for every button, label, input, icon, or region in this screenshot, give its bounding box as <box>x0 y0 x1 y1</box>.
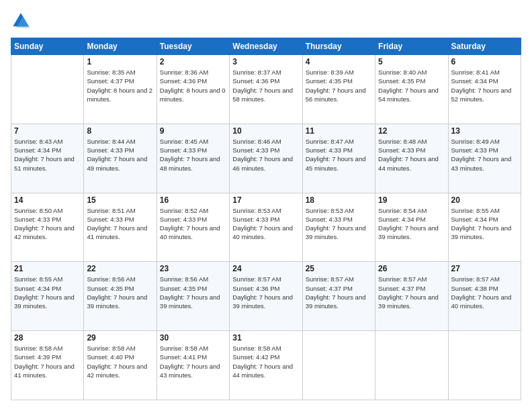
cell-day-number: 10 <box>232 126 299 136</box>
calendar-cell: 20Sunrise: 8:55 AMSunset: 4:34 PMDayligh… <box>448 193 521 262</box>
cell-day-number: 24 <box>232 264 299 273</box>
calendar-cell: 14Sunrise: 8:50 AMSunset: 4:33 PMDayligh… <box>11 193 84 262</box>
calendar-cell: 13Sunrise: 8:49 AMSunset: 4:33 PMDayligh… <box>448 124 521 193</box>
cell-day-number: 19 <box>378 195 445 205</box>
cell-info: Sunrise: 8:57 AMSunset: 4:37 PMDaylight:… <box>378 275 445 310</box>
cell-info: Sunrise: 8:40 AMSunset: 4:35 PMDaylight:… <box>378 68 445 103</box>
calendar-cell: 10Sunrise: 8:46 AMSunset: 4:33 PMDayligh… <box>230 124 302 193</box>
cell-day-number: 6 <box>451 57 518 66</box>
cell-info: Sunrise: 8:51 AMSunset: 4:33 PMDaylight:… <box>87 206 153 242</box>
cell-day-number: 7 <box>14 126 81 136</box>
page: SundayMondayTuesdayWednesdayThursdayFrid… <box>0 0 532 411</box>
cell-info: Sunrise: 8:49 AMSunset: 4:33 PMDaylight:… <box>451 137 518 173</box>
weekday-header: Friday <box>375 38 448 55</box>
cell-info: Sunrise: 8:47 AMSunset: 4:33 PMDaylight:… <box>306 137 372 173</box>
cell-info: Sunrise: 8:44 AMSunset: 4:33 PMDaylight:… <box>87 137 153 173</box>
cell-day-number: 2 <box>160 57 226 66</box>
cell-day-number: 18 <box>306 195 372 205</box>
calendar-week-row: 14Sunrise: 8:50 AMSunset: 4:33 PMDayligh… <box>11 193 521 262</box>
cell-day-number: 4 <box>306 57 372 66</box>
weekday-header: Saturday <box>448 38 521 55</box>
cell-day-number: 12 <box>378 126 445 136</box>
calendar-week-row: 7Sunrise: 8:43 AMSunset: 4:34 PMDaylight… <box>11 124 521 193</box>
cell-info: Sunrise: 8:43 AMSunset: 4:34 PMDaylight:… <box>14 137 81 173</box>
header <box>11 11 521 31</box>
calendar-header-row: SundayMondayTuesdayWednesdayThursdayFrid… <box>11 38 521 55</box>
cell-info: Sunrise: 8:45 AMSunset: 4:33 PMDaylight:… <box>160 137 226 173</box>
cell-info: Sunrise: 8:58 AMSunset: 4:42 PMDaylight:… <box>232 344 299 379</box>
calendar-cell: 5Sunrise: 8:40 AMSunset: 4:35 PMDaylight… <box>375 55 448 124</box>
cell-day-number: 5 <box>378 57 445 66</box>
calendar-cell: 1Sunrise: 8:35 AMSunset: 4:37 PMDaylight… <box>84 55 157 124</box>
calendar-cell: 29Sunrise: 8:58 AMSunset: 4:40 PMDayligh… <box>84 331 157 400</box>
cell-info: Sunrise: 8:58 AMSunset: 4:41 PMDaylight:… <box>160 344 226 379</box>
calendar-cell: 12Sunrise: 8:48 AMSunset: 4:33 PMDayligh… <box>375 124 448 193</box>
cell-info: Sunrise: 8:46 AMSunset: 4:33 PMDaylight:… <box>232 137 299 173</box>
cell-info: Sunrise: 8:57 AMSunset: 4:38 PMDaylight:… <box>451 275 518 310</box>
cell-info: Sunrise: 8:53 AMSunset: 4:33 PMDaylight:… <box>232 206 299 242</box>
cell-day-number: 16 <box>160 195 226 205</box>
cell-info: Sunrise: 8:57 AMSunset: 4:36 PMDaylight:… <box>232 275 299 310</box>
calendar-cell: 18Sunrise: 8:53 AMSunset: 4:33 PMDayligh… <box>302 193 375 262</box>
weekday-header: Tuesday <box>157 38 229 55</box>
calendar-week-row: 1Sunrise: 8:35 AMSunset: 4:37 PMDaylight… <box>11 55 521 124</box>
calendar-cell: 3Sunrise: 8:37 AMSunset: 4:36 PMDaylight… <box>230 55 302 124</box>
cell-info: Sunrise: 8:36 AMSunset: 4:36 PMDaylight:… <box>160 68 226 103</box>
cell-day-number: 15 <box>87 195 153 205</box>
calendar-cell: 11Sunrise: 8:47 AMSunset: 4:33 PMDayligh… <box>302 124 375 193</box>
calendar-cell: 25Sunrise: 8:57 AMSunset: 4:37 PMDayligh… <box>302 262 375 331</box>
weekday-header: Thursday <box>302 38 375 55</box>
cell-day-number: 17 <box>232 195 299 205</box>
logo-icon <box>11 11 31 31</box>
cell-day-number: 3 <box>232 57 299 66</box>
cell-info: Sunrise: 8:54 AMSunset: 4:34 PMDaylight:… <box>378 206 445 242</box>
calendar-cell: 22Sunrise: 8:56 AMSunset: 4:35 PMDayligh… <box>84 262 157 331</box>
calendar-cell: 2Sunrise: 8:36 AMSunset: 4:36 PMDaylight… <box>157 55 229 124</box>
cell-day-number: 27 <box>451 264 518 273</box>
calendar-cell: 9Sunrise: 8:45 AMSunset: 4:33 PMDaylight… <box>157 124 229 193</box>
cell-info: Sunrise: 8:52 AMSunset: 4:33 PMDaylight:… <box>160 206 226 242</box>
calendar-cell: 24Sunrise: 8:57 AMSunset: 4:36 PMDayligh… <box>230 262 302 331</box>
cell-day-number: 31 <box>232 333 299 342</box>
cell-info: Sunrise: 8:58 AMSunset: 4:39 PMDaylight:… <box>14 344 81 379</box>
cell-day-number: 1 <box>87 57 153 66</box>
calendar-week-row: 28Sunrise: 8:58 AMSunset: 4:39 PMDayligh… <box>11 331 521 400</box>
calendar-week-row: 21Sunrise: 8:55 AMSunset: 4:34 PMDayligh… <box>11 262 521 331</box>
calendar-cell: 8Sunrise: 8:44 AMSunset: 4:33 PMDaylight… <box>84 124 157 193</box>
cell-info: Sunrise: 8:56 AMSunset: 4:35 PMDaylight:… <box>160 275 226 310</box>
calendar-cell: 7Sunrise: 8:43 AMSunset: 4:34 PMDaylight… <box>11 124 84 193</box>
cell-day-number: 11 <box>306 126 372 136</box>
cell-info: Sunrise: 8:55 AMSunset: 4:34 PMDaylight:… <box>14 275 81 310</box>
calendar-cell: 15Sunrise: 8:51 AMSunset: 4:33 PMDayligh… <box>84 193 157 262</box>
cell-day-number: 26 <box>378 264 445 273</box>
calendar-cell: 27Sunrise: 8:57 AMSunset: 4:38 PMDayligh… <box>448 262 521 331</box>
cell-day-number: 20 <box>451 195 518 205</box>
calendar-cell: 23Sunrise: 8:56 AMSunset: 4:35 PMDayligh… <box>157 262 229 331</box>
cell-info: Sunrise: 8:35 AMSunset: 4:37 PMDaylight:… <box>87 68 153 103</box>
calendar-cell: 28Sunrise: 8:58 AMSunset: 4:39 PMDayligh… <box>11 331 84 400</box>
calendar-cell <box>448 331 521 400</box>
cell-info: Sunrise: 8:50 AMSunset: 4:33 PMDaylight:… <box>14 206 81 242</box>
calendar-cell: 16Sunrise: 8:52 AMSunset: 4:33 PMDayligh… <box>157 193 229 262</box>
cell-info: Sunrise: 8:57 AMSunset: 4:37 PMDaylight:… <box>306 275 372 310</box>
cell-day-number: 29 <box>87 333 153 342</box>
cell-info: Sunrise: 8:53 AMSunset: 4:33 PMDaylight:… <box>306 206 372 242</box>
calendar-cell <box>302 331 375 400</box>
cell-info: Sunrise: 8:48 AMSunset: 4:33 PMDaylight:… <box>378 137 445 173</box>
cell-day-number: 9 <box>160 126 226 136</box>
weekday-header: Monday <box>84 38 157 55</box>
cell-day-number: 25 <box>306 264 372 273</box>
calendar-cell: 26Sunrise: 8:57 AMSunset: 4:37 PMDayligh… <box>375 262 448 331</box>
weekday-header: Wednesday <box>230 38 302 55</box>
calendar-cell <box>11 55 84 124</box>
cell-day-number: 28 <box>14 333 81 342</box>
weekday-header: Sunday <box>11 38 84 55</box>
cell-day-number: 13 <box>451 126 518 136</box>
cell-info: Sunrise: 8:56 AMSunset: 4:35 PMDaylight:… <box>87 275 153 310</box>
calendar-table: SundayMondayTuesdayWednesdayThursdayFrid… <box>11 38 521 400</box>
cell-info: Sunrise: 8:39 AMSunset: 4:35 PMDaylight:… <box>306 68 372 103</box>
cell-info: Sunrise: 8:41 AMSunset: 4:34 PMDaylight:… <box>451 68 518 103</box>
cell-day-number: 22 <box>87 264 153 273</box>
cell-day-number: 14 <box>14 195 81 205</box>
calendar-cell: 17Sunrise: 8:53 AMSunset: 4:33 PMDayligh… <box>230 193 302 262</box>
